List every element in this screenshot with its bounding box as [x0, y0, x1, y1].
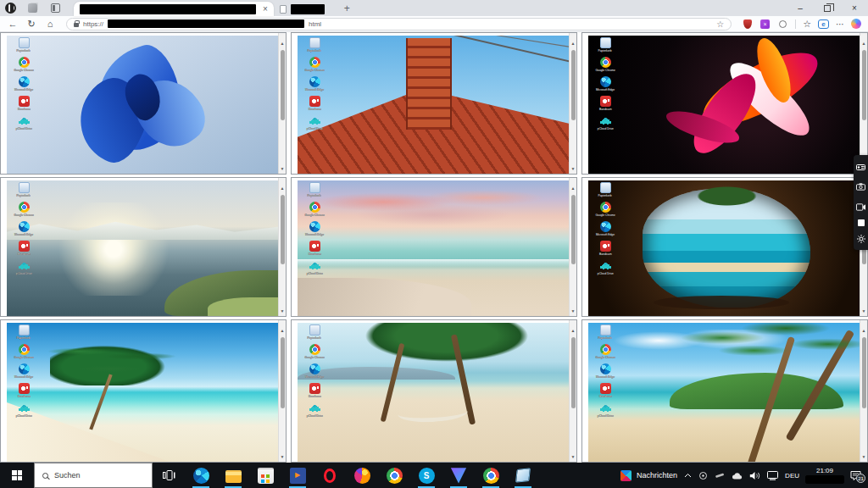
scroll-down-icon[interactable]: [862, 446, 866, 462]
desktop-icon-recycle-bin[interactable]: Papierkorb: [590, 182, 620, 199]
desktop-icon-recycle-bin[interactable]: Papierkorb: [8, 324, 39, 341]
scrollbar-thumb[interactable]: [571, 337, 576, 408]
desktop-icon-pcloud[interactable]: pCloud Drive: [299, 260, 330, 277]
desktop-icon-chrome[interactable]: Google Chrome: [299, 57, 330, 74]
desktop-viewport[interactable]: PapierkorbGoogle ChromeMicrosoft EdgeBan…: [298, 323, 569, 462]
scroll-down-icon[interactable]: [571, 446, 576, 462]
scroll-down-icon[interactable]: [281, 301, 285, 316]
scrollbar-thumb[interactable]: [862, 337, 866, 408]
taskbar-app-firefox[interactable]: [346, 463, 378, 488]
desktop-icon-bandicam[interactable]: Bandicam: [8, 383, 39, 400]
reload-button[interactable]: ↻: [25, 19, 37, 29]
desktop-icon-bandicam[interactable]: Bandicam: [590, 241, 620, 258]
taskbar-app-chrome[interactable]: [378, 463, 410, 488]
desktop-icon-chrome[interactable]: Google Chrome: [590, 57, 620, 74]
volume-icon[interactable]: [749, 471, 760, 480]
language-indicator[interactable]: DEU: [785, 472, 799, 480]
desktop-viewport[interactable]: PapierkorbGoogle ChromeMicrosoft EdgeBan…: [588, 180, 860, 316]
desktop-icon-bandicam[interactable]: Bandicam: [299, 383, 330, 400]
desktop-viewport[interactable]: PapierkorbGoogle ChromeMicrosoft EdgeBan…: [7, 36, 278, 174]
scroll-down-icon[interactable]: [571, 301, 576, 316]
scrollbar-thumb[interactable]: [571, 195, 576, 264]
desktop-icon-bandicam[interactable]: Bandicam: [8, 241, 39, 258]
taskbar-app-triangle[interactable]: [442, 463, 475, 488]
scrollbar[interactable]: [860, 320, 867, 462]
desktop-viewport[interactable]: PapierkorbGoogle ChromeMicrosoft EdgeBan…: [7, 180, 278, 316]
desktop-icon-edge[interactable]: Microsoft Edge: [590, 76, 620, 93]
desktop-icon-edge[interactable]: Microsoft Edge: [590, 363, 620, 380]
lock-icon[interactable]: [74, 23, 79, 27]
desktop-icon-chrome[interactable]: Google Chrome: [590, 344, 620, 361]
scroll-down-icon[interactable]: [281, 158, 285, 174]
home-button[interactable]: ⌂: [44, 19, 56, 29]
adguard-extension-icon[interactable]: [742, 19, 753, 30]
desktop-icon-recycle-bin[interactable]: Papierkorb: [8, 182, 39, 199]
scrollbar-thumb[interactable]: [281, 195, 285, 264]
desktop-icon-bandicam[interactable]: Bandicam: [590, 383, 620, 400]
scrollbar-thumb[interactable]: [862, 50, 866, 120]
desktop-icon-edge[interactable]: Microsoft Edge: [299, 221, 330, 238]
settings-menu-icon[interactable]: ⋯: [836, 19, 844, 29]
clock[interactable]: 21:09: [806, 468, 843, 483]
scroll-up-icon[interactable]: [862, 33, 866, 48]
taskbar-app-chrome-2[interactable]: [475, 463, 507, 488]
start-button[interactable]: [0, 463, 34, 488]
tray-app-icon[interactable]: [698, 471, 708, 480]
desktop-icon-bandicam[interactable]: Bandicam: [299, 96, 330, 113]
desktop-icon-pcloud[interactable]: pCloud Drive: [590, 260, 620, 277]
camera-icon[interactable]: [856, 179, 865, 194]
browser-essentials-icon[interactable]: e: [818, 19, 829, 29]
desktop-icon-pcloud[interactable]: pCloud Drive: [590, 115, 620, 132]
desktop-viewport[interactable]: PapierkorbGoogle ChromeMicrosoft EdgeBan…: [588, 323, 860, 462]
desktop-icon-bandicam[interactable]: Bandicam: [299, 241, 330, 258]
desktop-icon-pcloud[interactable]: pCloud Drive: [8, 115, 39, 132]
desktop-icon-edge[interactable]: Microsoft Edge: [8, 76, 39, 93]
desktop-icon-pcloud[interactable]: pCloud Drive: [299, 402, 330, 419]
taskbar-app-edge[interactable]: [185, 463, 217, 488]
desktop-icon-pcloud[interactable]: pCloud Drive: [590, 402, 620, 419]
desktop-icon-chrome[interactable]: Google Chrome: [8, 344, 39, 361]
new-tab-button[interactable]: +: [341, 3, 353, 14]
favorites-hub-icon[interactable]: ☆: [803, 19, 811, 30]
taskbar-app-store[interactable]: [249, 463, 281, 488]
desktop-icon-pcloud[interactable]: pCloud Drive: [299, 115, 330, 132]
desktop-viewport[interactable]: PapierkorbGoogle ChromeMicrosoft EdgeBan…: [7, 323, 278, 462]
scrollbar-thumb[interactable]: [281, 337, 285, 408]
scroll-up-icon[interactable]: [571, 178, 576, 193]
restore-button[interactable]: [814, 0, 841, 16]
desktop-viewport[interactable]: PapierkorbGoogle ChromeMicrosoft EdgeBan…: [588, 36, 860, 174]
scroll-up-icon[interactable]: [862, 320, 866, 336]
desktop-icon-recycle-bin[interactable]: Papierkorb: [8, 37, 39, 54]
desktop-icon-edge[interactable]: Microsoft Edge: [590, 221, 620, 238]
desktop-icon-edge[interactable]: Microsoft Edge: [8, 221, 39, 238]
scrollbar[interactable]: [569, 33, 576, 174]
scroll-up-icon[interactable]: [571, 33, 576, 48]
search-box[interactable]: Suchen: [34, 463, 153, 488]
browser-logo-icon[interactable]: [5, 3, 16, 14]
vertical-tabs-icon[interactable]: [51, 3, 60, 13]
scrollbar[interactable]: [278, 33, 286, 174]
desktop-icon-recycle-bin[interactable]: Papierkorb: [590, 324, 620, 341]
settings-gear-icon[interactable]: [857, 231, 865, 247]
desktop-icon-chrome[interactable]: Google Chrome: [8, 202, 39, 219]
tab-close-icon[interactable]: ×: [263, 5, 268, 14]
desktop-icon-chrome[interactable]: Google Chrome: [299, 202, 330, 219]
desktop-icon-edge[interactable]: Microsoft Edge: [8, 363, 39, 380]
scroll-down-icon[interactable]: [571, 158, 576, 174]
scroll-up-icon[interactable]: [281, 320, 285, 336]
desktop-icon-chrome[interactable]: Google Chrome: [590, 202, 620, 219]
desktop-icon-pcloud[interactable]: pCloud Drive: [8, 260, 39, 277]
scroll-down-icon[interactable]: [281, 446, 285, 462]
desktop-icon-edge[interactable]: Microsoft Edge: [299, 76, 330, 93]
tray-pen-icon[interactable]: [715, 471, 725, 480]
scrollbar[interactable]: [569, 178, 576, 316]
close-button[interactable]: ×: [841, 0, 868, 16]
screenshot-icon[interactable]: [856, 158, 865, 174]
tab-background[interactable]: [274, 2, 331, 16]
news-widget[interactable]: Nachrichten: [620, 470, 677, 481]
taskbar-app-glass[interactable]: [507, 463, 539, 488]
network-icon[interactable]: [767, 471, 778, 480]
scroll-up-icon[interactable]: [281, 33, 285, 48]
action-center-button[interactable]: 21: [850, 470, 861, 480]
taskbar-app-films[interactable]: [281, 463, 314, 488]
